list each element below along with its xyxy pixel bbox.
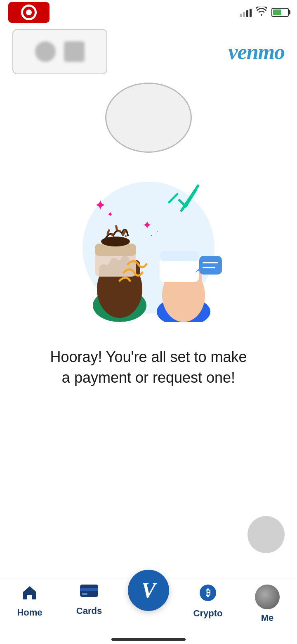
svg-text:₿: ₿ xyxy=(206,587,210,598)
crypto-icon: ₿ xyxy=(200,585,216,605)
battery-icon xyxy=(271,8,289,17)
svg-rect-34 xyxy=(82,593,87,595)
venmo-logo: venmo xyxy=(228,40,285,64)
header: venmo xyxy=(0,29,297,74)
target-logo xyxy=(8,2,50,23)
home-icon xyxy=(21,585,38,604)
wifi-icon xyxy=(256,7,267,18)
svg-text:·: · xyxy=(151,232,152,239)
home-indicator xyxy=(111,638,186,641)
nav-me-label: Me xyxy=(261,613,274,623)
target-logo-icon xyxy=(21,5,37,20)
pay-request-button[interactable]: V xyxy=(128,570,169,611)
status-bar xyxy=(0,0,297,25)
floating-action-button[interactable] xyxy=(248,516,285,553)
user-avatar xyxy=(105,83,192,153)
me-icon xyxy=(255,585,280,609)
svg-rect-25 xyxy=(199,256,222,275)
nav-cards[interactable]: Cards xyxy=(59,585,119,616)
svg-point-14 xyxy=(111,233,113,236)
celebration-illustration: ✦ ✦ xyxy=(70,173,227,322)
svg-text:·: · xyxy=(157,228,158,234)
svg-text:✦: ✦ xyxy=(142,219,152,232)
nav-home-label: Home xyxy=(17,607,42,618)
status-left xyxy=(8,2,50,23)
svg-point-15 xyxy=(118,230,121,232)
pay-request-button-container: V xyxy=(128,570,169,611)
nav-crypto[interactable]: ₿ Crypto xyxy=(178,585,238,619)
celebration-text: Hooray! You're all set to make a payment… xyxy=(45,347,252,388)
nav-me[interactable]: Me xyxy=(238,585,297,623)
nav-home[interactable]: Home xyxy=(0,585,59,618)
svg-rect-33 xyxy=(80,588,98,591)
nav-cards-label: Cards xyxy=(76,606,102,616)
blurred-text xyxy=(64,41,85,62)
venmo-v-icon: V xyxy=(141,578,156,603)
svg-rect-12 xyxy=(115,225,118,231)
signal-icon xyxy=(240,8,252,17)
blurred-avatar xyxy=(35,41,56,62)
me-avatar-image xyxy=(255,585,280,609)
celebration-image: ✦ · · xyxy=(70,173,227,322)
svg-rect-24 xyxy=(160,251,199,261)
header-left-box[interactable] xyxy=(12,29,107,74)
cards-icon xyxy=(80,585,98,602)
svg-point-16 xyxy=(125,235,127,237)
status-right xyxy=(240,7,289,18)
nav-crypto-label: Crypto xyxy=(193,608,223,619)
